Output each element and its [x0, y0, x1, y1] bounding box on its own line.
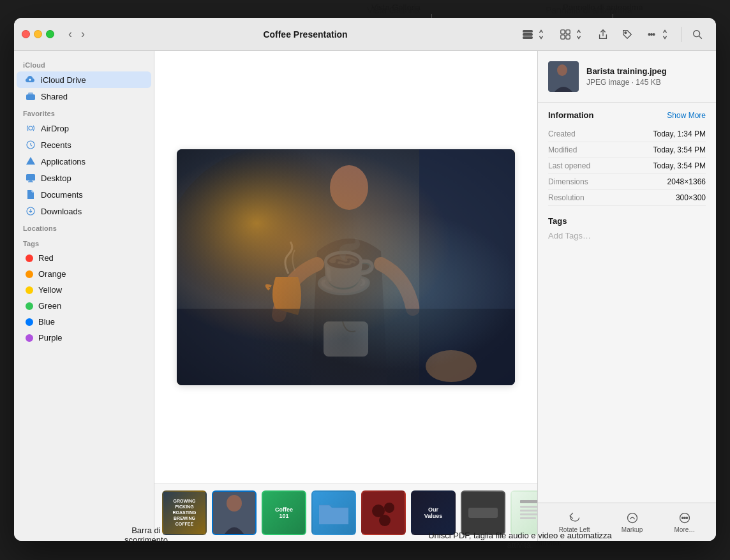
tag-green-dot	[26, 302, 33, 310]
created-value: Today, 1:34 PM	[653, 129, 706, 138]
svg-point-46	[684, 517, 686, 519]
markup-button[interactable]: Markup	[615, 508, 649, 537]
sidebar-section-favorites: Favorites	[14, 105, 154, 120]
svg-point-33	[379, 515, 391, 526]
sort-arrows-icon	[535, 29, 547, 40]
icloud-drive-label: iCloud Drive	[41, 75, 86, 85]
grid-sort-icon	[573, 29, 585, 40]
desktop-icon	[26, 173, 36, 183]
sidebar-item-desktop[interactable]: Desktop	[17, 170, 151, 186]
svg-rect-6	[566, 34, 570, 38]
filmstrip-thumb-1[interactable]: GROWINGPICKINGROASTINGBREWINGCOFFEE	[162, 490, 207, 535]
svg-point-22	[177, 149, 422, 346]
sidebar-section-locations: Locations	[14, 219, 154, 235]
recents-icon	[26, 140, 36, 150]
sidebar-item-airdrop[interactable]: AirDrop	[17, 120, 151, 136]
svg-point-47	[686, 517, 688, 519]
back-button[interactable]: ‹	[64, 26, 76, 42]
sidebar-item-tag-blue[interactable]: Blue	[17, 314, 151, 330]
gallery-image	[177, 149, 515, 385]
forward-button[interactable]: ›	[77, 26, 89, 42]
svg-point-29	[227, 495, 242, 512]
filmstrip-thumb-8[interactable]	[510, 490, 537, 535]
main-content: iCloud iCloud Drive	[14, 51, 716, 541]
view-toggle-button[interactable]	[517, 26, 552, 43]
info-row-modified: Modified Today, 3:54 PM	[548, 142, 706, 158]
grid-view-button[interactable]	[555, 26, 590, 43]
downloads-icon	[26, 206, 36, 216]
share-icon	[597, 29, 609, 40]
filmstrip-thumb-5[interactable]	[361, 490, 406, 535]
filmstrip-thumb-3[interactable]: Coffee101	[262, 490, 306, 535]
grid-icon	[560, 29, 571, 40]
sidebar-item-tag-yellow[interactable]: Yellow	[17, 282, 151, 298]
applications-label: Applications	[41, 157, 86, 166]
more-options-button[interactable]	[641, 26, 676, 43]
svg-point-32	[384, 503, 394, 513]
info-row-dimensions: Dimensions 2048×1366	[548, 174, 706, 190]
last-opened-label: Last opened	[548, 161, 590, 170]
sidebar-item-applications[interactable]: Applications	[17, 153, 151, 170]
preview-file-info: Barista training.jpeg JPEG image · 145 K…	[586, 66, 706, 87]
show-more-button[interactable]: Show More	[667, 111, 706, 120]
traffic-lights	[22, 30, 54, 38]
tags-button[interactable]	[616, 26, 638, 43]
minimize-button[interactable]	[34, 30, 42, 38]
sidebar-item-icloud-drive[interactable]: iCloud Drive	[17, 71, 151, 88]
sidebar-item-shared[interactable]: Shared	[17, 88, 151, 105]
filmstrip-thumb-2[interactable]	[212, 490, 257, 535]
svg-rect-5	[561, 34, 565, 38]
view-icon	[522, 29, 533, 40]
fullscreen-button[interactable]	[46, 30, 54, 38]
add-tags-placeholder[interactable]: Add Tags…	[548, 231, 706, 240]
tag-blue-dot	[26, 318, 33, 326]
markup-icon	[626, 512, 639, 524]
svg-rect-39	[520, 513, 537, 515]
gallery-area	[154, 51, 537, 483]
sidebar-item-tag-orange[interactable]: Orange	[17, 266, 151, 282]
dimensions-label: Dimensions	[548, 177, 588, 186]
tag-red-label: Red	[38, 253, 54, 263]
tag-purple-dot	[26, 334, 33, 342]
created-label: Created	[548, 129, 576, 138]
filmstrip-thumb-7[interactable]	[461, 490, 505, 535]
documents-icon	[26, 189, 36, 200]
preview-details: Information Show More Created Today, 1:3…	[538, 103, 716, 503]
svg-rect-35	[468, 508, 498, 518]
sidebar-item-tag-red[interactable]: Red	[17, 250, 151, 266]
label-unisci-pdf: Unisci PDF, taglia file audio e video e …	[421, 531, 619, 550]
documents-label: Documents	[41, 190, 83, 200]
tag-orange-dot	[26, 270, 33, 278]
gallery-image-container[interactable]	[177, 149, 515, 385]
share-button[interactable]	[592, 26, 614, 43]
svg-rect-2	[523, 36, 532, 38]
search-button[interactable]	[687, 26, 708, 43]
svg-rect-14	[28, 92, 33, 96]
sidebar-item-downloads[interactable]: Downloads	[17, 203, 151, 219]
sidebar-item-tag-purple[interactable]: Purple	[17, 330, 151, 346]
tag-blue-label: Blue	[38, 317, 55, 327]
svg-rect-40	[520, 517, 536, 519]
sidebar-item-recents[interactable]: Recents	[17, 136, 151, 153]
sidebar-item-tag-green[interactable]: Green	[17, 298, 151, 314]
info-row-last-opened: Last opened Today, 3:54 PM	[548, 158, 706, 174]
svg-point-10	[653, 33, 655, 35]
more-actions-button[interactable]: More…	[668, 508, 702, 537]
sidebar-item-documents[interactable]: Documents	[17, 186, 151, 203]
toolbar: ‹ › Coffee Presentation	[14, 18, 716, 51]
svg-point-11	[694, 30, 700, 36]
svg-point-27	[426, 350, 477, 382]
shared-icon	[26, 91, 36, 101]
close-button[interactable]	[22, 30, 30, 38]
tags-section: Tags Add Tags…	[548, 216, 706, 240]
nav-buttons: ‹ ›	[64, 26, 89, 42]
tag-orange-label: Orange	[38, 269, 66, 279]
svg-rect-38	[520, 510, 537, 512]
svg-rect-0	[523, 30, 532, 32]
filmstrip-thumb-4[interactable]	[311, 490, 356, 535]
preview-panel: Barista training.jpeg JPEG image · 145 K…	[537, 51, 716, 541]
filmstrip-thumb-6[interactable]: OurValues	[411, 490, 456, 535]
preview-thumbnail	[548, 61, 579, 92]
airdrop-icon	[26, 123, 36, 133]
svg-rect-36	[520, 500, 537, 503]
